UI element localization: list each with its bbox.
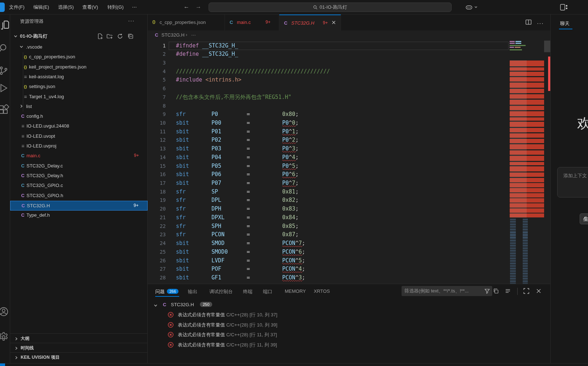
code-line-25[interactable]: 25sbitSMOD0=PCON^6; [148,248,510,257]
new-file-icon[interactable] [97,33,103,39]
file-row-IO-LED.uvgui.24408[interactable]: ≡IO-LED.uvgui.24408 [10,121,148,131]
problems-file-group[interactable]: C STC32G.H 250 [148,300,550,310]
code-line-7[interactable]: 7//包含本头文件后,不用另外再包含"REG51.H" [148,93,510,102]
panel-tab-终端[interactable]: 终端 [243,288,252,295]
panel-tab-端口[interactable]: 端口 [263,288,272,295]
code-line-10[interactable]: 10sbitP00=P0^0; [148,119,510,128]
panel-tab-输出[interactable]: 输出 [188,288,197,295]
refresh-icon[interactable] [117,33,123,39]
view-as-list-icon[interactable] [505,288,511,295]
menu-文件(F)[interactable]: 文件(F) [6,0,28,14]
tab-STC32G.H[interactable]: CSTC32G.H9+ [279,14,341,30]
menu-⋯[interactable]: ⋯ [129,0,140,14]
search-icon[interactable] [0,43,9,54]
code-line-19[interactable]: 19sfrDPL=0x82; [148,196,510,205]
remote-indicator[interactable] [0,363,5,366]
collapse-all-icon[interactable] [128,33,133,39]
command-center-search[interactable]: 01-IO-跑马灯 [209,3,452,12]
file-row-STC32G_Delay.h[interactable]: CSTC32G_Delay.h [10,171,148,181]
code-line-17[interactable]: 17sbitP07=P0^7; [148,179,510,188]
tab-c_cpp_properties.json[interactable]: {}c_cpp_properties.json [148,14,225,30]
code-line-12[interactable]: 12sbitP02=P0^2; [148,136,510,145]
extensions-icon[interactable] [0,104,9,115]
section-KEIL UVISION 项目[interactable]: KEIL UVISION 项目 [10,352,148,362]
code-line-16[interactable]: 16sbitP06=P0^6; [148,170,510,179]
file-row-IO-LED.uvproj[interactable]: ≡IO-LED.uvproj [10,141,148,151]
generate-button[interactable]: 生 [580,213,588,224]
source-control-icon[interactable] [0,65,9,76]
section-大纲[interactable]: 大纲 [10,333,148,343]
code-line-8[interactable]: 8 [148,102,510,111]
copy-icon[interactable] [493,288,499,295]
more-actions-icon[interactable]: ··· [537,20,544,26]
minimap[interactable] [510,41,544,298]
overview-ruler[interactable] [544,41,550,298]
code-line-2[interactable]: 2#define __STC32G_H_ [148,50,510,59]
file-row-c_cpp_properties.json[interactable]: {}c_cpp_properties.json [10,52,148,62]
file-row-.vscode[interactable]: .vscode [10,42,148,52]
code-line-26[interactable]: 26sbitLVDF=PCON^5; [148,257,510,265]
panel-tab-XRTOS[interactable]: XRTOS [314,288,330,294]
file-row-STC32G_GPIO.c[interactable]: CSTC32G_GPIO.c [10,181,148,191]
copilot-icon[interactable] [465,4,478,11]
chat-input[interactable]: 添加上下文 [557,167,588,197]
code-line-14[interactable]: 14sbitP04=P0^4; [148,153,510,162]
explorer-icon[interactable] [0,19,9,30]
code-line-4[interactable]: 4///////////////////////////////////////… [148,67,510,76]
new-folder-icon[interactable] [107,33,112,39]
nav-forward-button[interactable]: → [194,3,202,10]
code-line-24[interactable]: 24sbitSMOD=PCON^7; [148,239,510,248]
panel-tab-MEMORY[interactable]: MEMORY [285,288,306,294]
code-line-28[interactable]: 28sbitGF1=PCON^3; [148,274,510,282]
panel-tab-调试控制台[interactable]: 调试控制台 [209,288,233,295]
problems-filter-input[interactable]: 筛选器(例如 text、**/*.ts、!**... [402,286,492,296]
file-row-keil_project_properties.json[interactable]: {}keil_project_properties.json [10,62,148,72]
problem-row[interactable]: 表达式必须含有常量值 C/C++(28) [行 10, 列 39] [148,320,550,330]
settings-icon[interactable] [0,332,9,342]
menu-编辑(E)[interactable]: 编辑(E) [30,0,52,14]
code-line-15[interactable]: 15sbitP05=P0^5; [148,162,510,171]
code-line-5[interactable]: 5#include <intrins.h> [148,76,510,84]
menu-转到(G)[interactable]: 转到(G) [104,0,127,14]
code-line-9[interactable]: 9sfrP0=0x80; [148,110,510,119]
file-row-IO-LED.uvopt[interactable]: ≡IO-LED.uvopt [10,132,148,141]
project-root-row[interactable]: 01-IO-跑马灯 [10,32,148,41]
nav-back-button[interactable]: ← [182,3,190,10]
file-row-settings.json[interactable]: {}settings.json [10,82,148,92]
code-editor[interactable]: 1#ifndef __STC32G_H_2#define __STC32G_H_… [148,41,510,298]
code-line-11[interactable]: 11sbitP01=P0^1; [148,128,510,136]
split-editor-icon[interactable] [525,20,532,26]
code-line-23[interactable]: 23sfrPCON=0x87; [148,230,510,239]
file-row-Target 1_uv4.log[interactable]: ≡Target 1_uv4.log [10,92,148,102]
run-debug-icon[interactable] [0,83,9,93]
menu-选择(S)[interactable]: 选择(S) [55,0,77,14]
customize-layout-icon[interactable] [560,4,568,11]
panel-tab-问题[interactable]: 问题266 [155,288,178,295]
file-row-list[interactable]: list [10,102,148,112]
breadcrumb[interactable]: C STC32G.H › … [148,30,550,41]
problem-row[interactable]: 表达式必须含有常量值 C/C++(28) [行 11, 列 39] [148,340,550,350]
sidebar-more-icon[interactable]: ··· [128,17,135,24]
file-row-STC32G.H[interactable]: CSTC32G.H9+ [10,201,148,211]
tab-main.c[interactable]: Cmain.c9+ [225,14,279,30]
problem-row[interactable]: 表达式必须含有常量值 C/C++(28) [行 11, 列 37] [148,330,550,340]
problem-row[interactable]: 表达式必须含有常量值 C/C++(28) [行 10, 列 37] [148,310,550,320]
code-line-27[interactable]: 27sbitPOF=PCON^4; [148,265,510,274]
file-row-Type_def.h[interactable]: CType_def.h [10,211,148,220]
close-icon[interactable] [331,20,337,26]
code-line-1[interactable]: 1#ifndef __STC32G_H_ [148,42,510,50]
scrollbar-slider[interactable] [544,41,550,52]
close-panel-icon[interactable] [536,288,542,295]
code-line-3[interactable]: 3 [148,59,510,67]
code-line-22[interactable]: 22sfrSPH=0x85; [148,222,510,231]
file-row-keil-assistant.log[interactable]: ≡keil-assistant.log [10,72,148,82]
code-line-6[interactable]: 6 [148,84,510,93]
code-line-20[interactable]: 20sfrDPH=0x83; [148,205,510,213]
section-时间线[interactable]: 时间线 [10,343,148,352]
breadcrumb-file[interactable]: STC32G.H [161,32,185,38]
file-row-STC32G_Delay.c[interactable]: CSTC32G_Delay.c [10,161,148,171]
file-row-config.h[interactable]: Cconfig.h [10,112,148,121]
maximize-panel-icon[interactable] [523,288,530,295]
menu-查看(V)[interactable]: 查看(V) [79,0,101,14]
code-line-21[interactable]: 21sfrDPXL=0x84; [148,213,510,222]
